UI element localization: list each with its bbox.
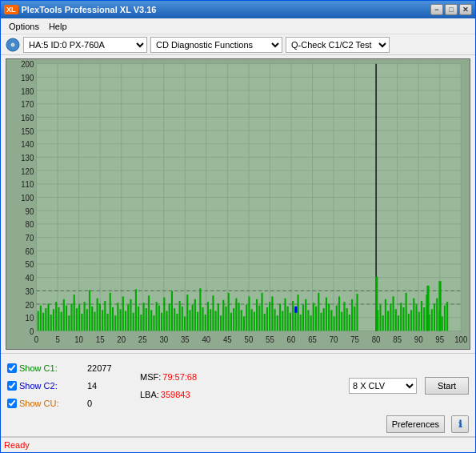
bottom-panel: Show C1: 22077 Show C2: 14 Show CU: — [1, 353, 475, 436]
status-text: Ready — [4, 440, 30, 450]
cu-checkbox-label: Show CU: — [7, 399, 87, 408]
svg-rect-163 — [328, 303, 330, 331]
svg-rect-91 — [142, 303, 144, 331]
svg-rect-179 — [387, 311, 389, 331]
svg-text:25: 25 — [138, 335, 147, 344]
title-bar: XL PlexTools Professional XL V3.16 − □ ✕ — [1, 1, 475, 18]
svg-rect-71 — [91, 307, 93, 331]
svg-text:65: 65 — [308, 335, 317, 344]
svg-rect-139 — [266, 307, 268, 331]
svg-rect-117 — [210, 309, 211, 331]
svg-rect-189 — [413, 299, 414, 331]
c2-checkbox[interactable] — [7, 381, 17, 391]
svg-rect-87 — [133, 313, 134, 331]
menu-options[interactable]: Options — [4, 20, 44, 33]
stats-right: 8 X CLV 1 X CLV 2 X CLV 4 X CLV 16 X CLV… — [349, 377, 469, 395]
svg-rect-100 — [166, 311, 167, 331]
svg-text:95: 95 — [435, 335, 444, 344]
svg-rect-127 — [235, 299, 237, 331]
svg-rect-74 — [99, 303, 101, 331]
svg-text:90: 90 — [414, 335, 423, 344]
svg-rect-167 — [338, 296, 340, 331]
svg-rect-193 — [423, 307, 425, 331]
svg-rect-111 — [194, 299, 196, 331]
svg-rect-128 — [238, 303, 240, 331]
svg-rect-151 — [297, 295, 298, 331]
svg-rect-148 — [290, 313, 291, 331]
svg-rect-81 — [117, 303, 118, 331]
menu-help[interactable]: Help — [44, 20, 72, 33]
svg-rect-63 — [70, 303, 72, 331]
title-bar-left: XL PlexTools Professional XL V3.16 — [4, 5, 156, 14]
speed-select[interactable]: 8 X CLV 1 X CLV 2 X CLV 4 X CLV 16 X CLV… — [349, 378, 417, 394]
function-select[interactable]: CD Diagnostic Functions — [150, 37, 282, 53]
svg-rect-106 — [182, 307, 183, 331]
svg-rect-158 — [315, 307, 317, 331]
svg-rect-53 — [45, 308, 46, 331]
svg-rect-102 — [171, 291, 173, 331]
svg-rect-57 — [55, 302, 57, 331]
close-button[interactable]: ✕ — [459, 4, 472, 15]
svg-rect-136 — [258, 306, 260, 331]
svg-rect-137 — [261, 293, 262, 331]
cu-value: 0 — [87, 399, 127, 408]
svg-rect-101 — [169, 303, 170, 331]
cu-row: Show CU: 0 — [7, 395, 127, 411]
cu-checkbox[interactable] — [7, 399, 17, 408]
svg-rect-70 — [89, 290, 90, 331]
test-select[interactable]: Q-Check C1/C2 Test — [286, 37, 390, 53]
svg-rect-186 — [406, 293, 407, 331]
svg-rect-82 — [120, 309, 122, 331]
info-button[interactable]: ℹ — [451, 415, 469, 433]
svg-rect-174 — [356, 294, 358, 331]
svg-rect-130 — [243, 316, 245, 331]
svg-rect-72 — [94, 312, 95, 331]
svg-rect-162 — [326, 298, 327, 331]
svg-rect-78 — [110, 293, 111, 331]
drive-select[interactable]: HA:5 ID:0 PX-760A — [23, 37, 147, 53]
svg-rect-157 — [313, 303, 314, 331]
svg-rect-146 — [284, 299, 286, 331]
svg-rect-156 — [310, 315, 312, 331]
svg-rect-66 — [78, 305, 80, 331]
svg-rect-165 — [334, 316, 335, 331]
svg-rect-135 — [256, 299, 258, 331]
svg-text:180: 180 — [21, 86, 34, 95]
start-button[interactable]: Start — [425, 377, 469, 395]
svg-rect-112 — [197, 312, 198, 331]
svg-rect-62 — [68, 315, 70, 331]
svg-rect-182 — [395, 309, 397, 331]
svg-rect-152 — [300, 315, 302, 331]
svg-rect-113 — [199, 288, 201, 331]
c1-label: Show C1: — [19, 363, 58, 373]
minimize-button[interactable]: − — [430, 4, 443, 15]
svg-text:130: 130 — [21, 154, 34, 162]
svg-rect-153 — [302, 305, 304, 331]
lba-value: 359843 — [161, 390, 190, 399]
svg-rect-124 — [228, 293, 230, 331]
svg-rect-169 — [343, 302, 345, 331]
svg-text:190: 190 — [21, 74, 34, 82]
svg-text:0: 0 — [34, 335, 39, 344]
svg-rect-197 — [434, 303, 435, 331]
svg-text:140: 140 — [21, 140, 34, 149]
maximize-button[interactable]: □ — [445, 4, 458, 15]
msf-row: MSF: 79:57:68 — [140, 369, 213, 385]
svg-text:75: 75 — [350, 335, 359, 344]
svg-rect-166 — [336, 306, 338, 331]
svg-text:30: 30 — [159, 335, 168, 344]
window-title: PlexTools Professional XL V3.16 — [22, 5, 157, 14]
svg-rect-200 — [442, 316, 443, 331]
c1-checkbox[interactable] — [7, 363, 17, 373]
svg-rect-85 — [127, 305, 129, 331]
svg-text:120: 120 — [21, 166, 34, 175]
preferences-button[interactable]: Preferences — [386, 415, 445, 433]
svg-rect-133 — [251, 309, 253, 331]
svg-text:45: 45 — [223, 335, 232, 344]
chart-container: 200 190 180 170 160 150 140 130 120 110 … — [1, 55, 475, 353]
svg-text:110: 110 — [21, 180, 34, 189]
svg-rect-171 — [349, 315, 350, 331]
svg-rect-173 — [354, 307, 355, 331]
svg-text:5: 5 — [55, 335, 60, 344]
svg-rect-92 — [146, 308, 147, 331]
